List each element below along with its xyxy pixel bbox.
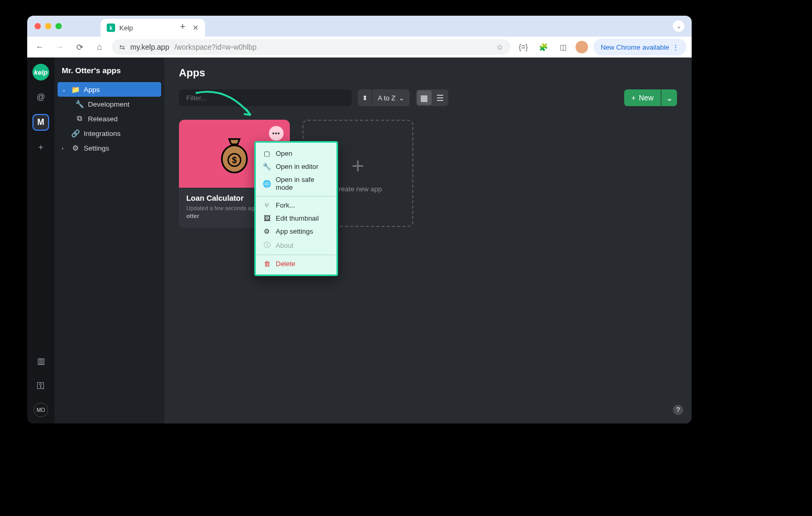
sort-field-button[interactable]: A to Z ⌄ (373, 89, 410, 106)
sidebar-item-released[interactable]: ⧉ Released (54, 111, 164, 126)
filter-input[interactable] (179, 89, 352, 106)
copy-icon: ⧉ (75, 114, 84, 123)
kelp-logo[interactable]: kelp (32, 64, 49, 81)
list-icon: ☰ (436, 93, 444, 103)
plus-icon: + (352, 154, 365, 179)
chrome-update-button[interactable]: New Chrome available ⋮ (593, 39, 686, 55)
grid-icon: ▦ (420, 93, 428, 103)
menu-item-delete[interactable]: 🗑 Delete (256, 257, 336, 270)
reload-button[interactable]: ⟳ (72, 40, 87, 54)
menu-item-edit-thumbnail[interactable]: 🖼 Edit thumbnail (256, 212, 336, 225)
help-button[interactable]: ? (673, 405, 683, 415)
menu-separator (256, 196, 336, 197)
profile-avatar[interactable] (576, 41, 588, 53)
minimize-window-button[interactable] (45, 23, 51, 29)
workspace-title: Mr. Otter's apps (54, 64, 164, 82)
app-card-menu-button[interactable]: ••• (269, 126, 284, 141)
maximize-window-button[interactable] (55, 23, 62, 29)
main-content: Apps ⬍ A to Z ⌄ ▦ ☰ (164, 58, 692, 423)
wrench-icon: 🔧 (263, 163, 270, 170)
site-info-icon[interactable]: ⇆ (119, 43, 125, 51)
left-rail: kelp @ M + ▥ ⚿ MO (27, 58, 54, 423)
toolbar: ⬍ A to Z ⌄ ▦ ☰ (179, 89, 677, 106)
globe-icon: 🌐 (263, 180, 270, 188)
menu-item-open-editor[interactable]: 🔧 Open in editor (256, 160, 336, 173)
browser-tab[interactable]: k Kelp ✕ (100, 19, 205, 37)
info-icon: ⓘ (263, 240, 270, 250)
more-icon: ⋮ (672, 43, 679, 51)
back-button[interactable]: ← (32, 40, 47, 54)
browser-toolbar: ← → ⟳ ⌂ ⇆ my.kelp.app/workspace?id=w-w0h… (27, 37, 692, 58)
page-title: Apps (179, 67, 677, 79)
image-icon: 🖼 (263, 214, 270, 222)
sort-direction-button[interactable]: ⬍ (358, 89, 372, 106)
close-window-button[interactable] (35, 23, 41, 29)
sidebar-item-development[interactable]: 🔧 Development (54, 97, 164, 111)
create-new-app-label: Create new app (334, 185, 382, 193)
sort-label: A to Z (378, 94, 396, 102)
sidebar-item-integrations[interactable]: 🔗 Integrations (54, 126, 164, 141)
forward-button[interactable]: → (52, 40, 67, 54)
address-bar[interactable]: ⇆ my.kelp.app/workspace?id=w-w0hlbp ☆ (112, 39, 511, 55)
home-button[interactable]: ⌂ (92, 40, 107, 54)
link-icon: 🔗 (71, 129, 80, 137)
menu-item-open[interactable]: ▢ Open (256, 147, 336, 160)
menu-item-fork[interactable]: ⑂ Fork... (256, 199, 336, 212)
key-icon[interactable]: ⚿ (32, 377, 49, 394)
wrench-icon: 🔧 (75, 100, 84, 108)
library-icon[interactable]: ▥ (32, 352, 49, 369)
mentions-icon[interactable]: @ (32, 89, 49, 106)
menu-item-app-settings[interactable]: ⚙ App settings (256, 225, 336, 238)
gear-icon: ⚙ (263, 227, 270, 235)
kelp-favicon: k (107, 24, 115, 32)
star-icon[interactable]: ☆ (497, 43, 503, 51)
sort-asc-icon: ⬍ (362, 94, 368, 102)
list-view-button[interactable]: ☰ (433, 90, 447, 105)
user-avatar[interactable]: MO (33, 403, 48, 417)
money-bag-icon: $ (213, 133, 255, 175)
gear-icon: ⚙ (71, 144, 80, 152)
window-controls (35, 23, 62, 29)
workspace-icon-m[interactable]: M (32, 114, 49, 131)
app-grid: $ ••• Loan Calculator Updated a few seco… (179, 120, 677, 228)
open-icon: ▢ (263, 150, 270, 157)
url-host: my.kelp.app (130, 43, 169, 51)
sidebar-item-label: Settings (84, 144, 109, 152)
extensions-icon[interactable]: 🧩 (536, 40, 550, 54)
chevron-right-icon: › (62, 145, 67, 151)
new-tab-button[interactable]: + (180, 21, 186, 32)
app-root: kelp @ M + ▥ ⚿ MO Mr. Otter's apps ⌄ 📁 A… (27, 58, 692, 423)
extension-icon-1[interactable]: {=} (516, 40, 531, 54)
sidebar-item-label: Apps (84, 86, 100, 94)
tab-title: Kelp (119, 24, 188, 32)
sidebar-item-settings[interactable]: › ⚙ Settings (54, 141, 164, 155)
trash-icon: 🗑 (263, 260, 270, 268)
plus-icon: + (631, 94, 636, 102)
sidebar: Mr. Otter's apps ⌄ 📁 Apps 🔧 Development … (54, 58, 164, 423)
fork-icon: ⑂ (263, 201, 270, 209)
chevron-down-icon: ⌄ (62, 87, 67, 93)
tab-overflow-button[interactable]: ⌄ (673, 20, 684, 32)
sidebar-item-label: Released (88, 115, 118, 123)
sidebar-item-label: Integrations (84, 130, 121, 137)
menu-item-open-safe[interactable]: 🌐 Open in safe mode (256, 173, 336, 194)
browser-tab-strip: k Kelp ✕ + ⌄ (27, 16, 692, 37)
chevron-down-icon: ⌄ (399, 94, 404, 102)
app-context-menu: ▢ Open 🔧 Open in editor 🌐 Open in safe m… (254, 141, 338, 276)
close-tab-icon[interactable]: ✕ (193, 24, 199, 32)
sidebar-item-apps[interactable]: ⌄ 📁 Apps (58, 82, 161, 97)
menu-separator (256, 255, 336, 255)
new-button[interactable]: + New (624, 89, 661, 106)
side-panel-icon[interactable]: ◫ (556, 40, 570, 54)
new-button-dropdown[interactable]: ⌄ (661, 89, 677, 106)
grid-view-button[interactable]: ▦ (417, 90, 432, 105)
new-button-label: New (639, 94, 653, 102)
view-switcher: ▦ ☰ (416, 89, 448, 106)
menu-item-about: ⓘ About (256, 238, 336, 253)
sidebar-item-label: Development (88, 100, 130, 108)
add-workspace-button[interactable]: + (32, 139, 49, 156)
chrome-update-label: New Chrome available (601, 43, 669, 51)
folder-icon: 📁 (71, 85, 80, 94)
chevron-down-icon: ⌄ (666, 93, 673, 103)
url-path: /workspace?id=w-w0hlbp (174, 43, 256, 51)
